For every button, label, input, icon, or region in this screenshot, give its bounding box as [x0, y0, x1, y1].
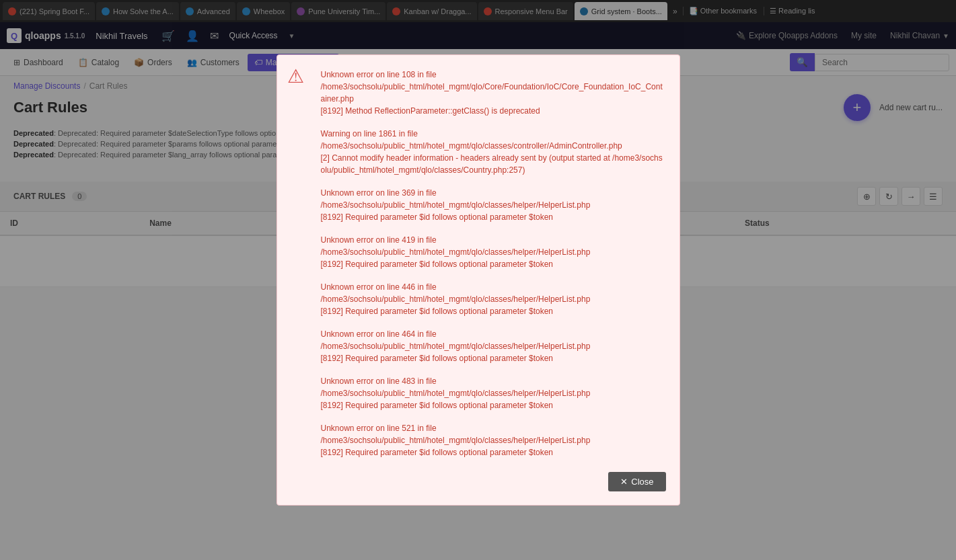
modal-error-content: Unknown error on line 108 in file /home3… — [321, 69, 666, 287]
error-msg-1: [2] Cannot modify header information - h… — [321, 152, 666, 176]
error-title-3: Unknown error on line 419 in file — [321, 234, 666, 246]
modal-overlay[interactable]: ⚠ Unknown error on line 108 in file /hom… — [0, 0, 956, 287]
error-block-1: Warning on line 1861 in file /home3/soch… — [321, 128, 666, 176]
error-file-3: /home3/sochsolu/public_html/hotel_mgmt/q… — [321, 246, 666, 258]
error-modal: ⚠ Unknown error on line 108 in file /hom… — [277, 54, 680, 287]
error-msg-0: [8192] Method ReflectionParameter::getCl… — [321, 105, 666, 117]
error-msg-2: [8192] Required parameter $id follows op… — [321, 211, 666, 223]
error-file-1: /home3/sochsolu/public_html/hotel_mgmt/q… — [321, 140, 666, 152]
alert-triangle-icon: ⚠ — [287, 65, 304, 87]
error-msg-3: [8192] Required parameter $id follows op… — [321, 258, 666, 270]
error-block-4: Unknown error on line 446 in file /home3… — [321, 281, 666, 287]
error-file-2: /home3/sochsolu/public_html/hotel_mgmt/q… — [321, 199, 666, 211]
error-title-2: Unknown error on line 369 in file — [321, 187, 666, 199]
error-block-2: Unknown error on line 369 in file /home3… — [321, 187, 666, 223]
error-title-1: Warning on line 1861 in file — [321, 128, 666, 140]
error-block-0: Unknown error on line 108 in file /home3… — [321, 69, 666, 117]
error-block-3: Unknown error on line 419 in file /home3… — [321, 234, 666, 270]
error-title-0: Unknown error on line 108 in file — [321, 69, 666, 81]
error-file-0: /home3/sochsolu/public_html/hotel_mgmt/q… — [321, 81, 666, 105]
error-title-4: Unknown error on line 446 in file — [321, 281, 666, 287]
